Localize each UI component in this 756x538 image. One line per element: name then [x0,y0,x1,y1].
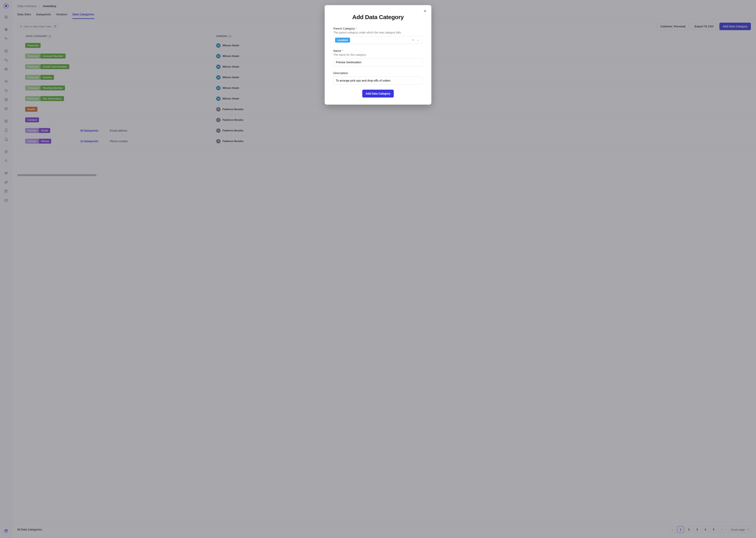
modal-title: Add Data Category [333,14,423,21]
parent-category-help: The parent category under which the new … [333,31,423,34]
parent-category-chip: Location [335,38,350,42]
description-input[interactable] [333,77,423,84]
modal-submit-button[interactable]: Add Data Category [362,90,394,97]
close-icon[interactable] [422,8,428,14]
description-label: Description [333,71,423,75]
name-label: Name* [333,49,423,52]
modal-overlay: Add Data Category Parent Category* The p… [0,0,756,538]
name-input[interactable] [333,58,423,66]
chevron-down-icon[interactable]: ⌄ [416,38,421,41]
name-help: The name for this category [333,53,423,56]
parent-category-label: Parent Category* [333,27,423,30]
clear-icon[interactable]: ✕ [410,38,415,41]
parent-category-select[interactable]: Location ✕ ⌄ [333,36,423,44]
add-data-category-modal: Add Data Category Parent Category* The p… [325,5,431,105]
